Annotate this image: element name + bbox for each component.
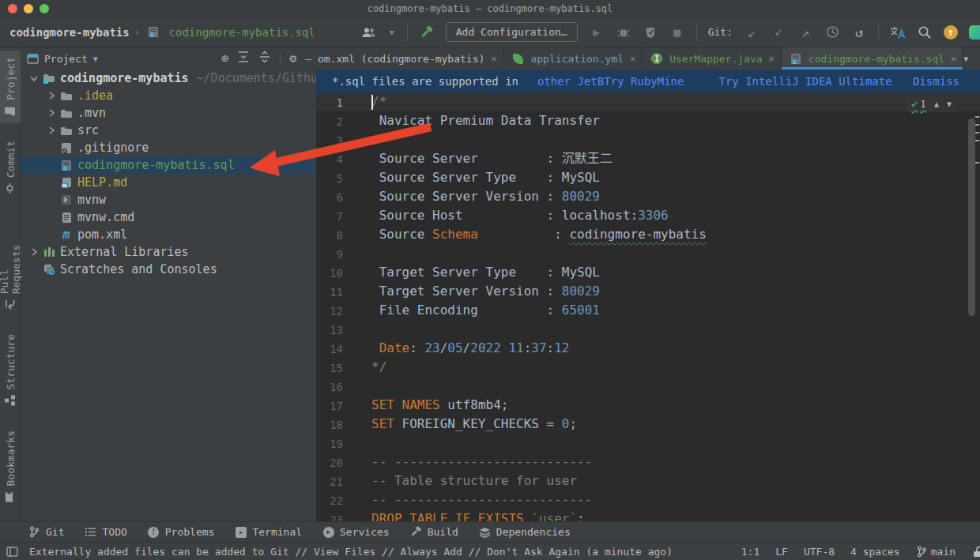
chevron-right-icon[interactable] <box>44 109 58 117</box>
history-clock-icon[interactable] <box>824 24 840 40</box>
bottom-tool-bar: GitTODO!Problems▸Terminal▶ServicesBuildD… <box>0 521 980 542</box>
coverage-button[interactable] <box>643 24 658 40</box>
tree-item-.idea[interactable]: .idea <box>21 87 316 104</box>
project-panel-title[interactable]: Project <box>44 53 88 65</box>
chevron-right-icon[interactable] <box>44 126 58 134</box>
code-line-15: 15*/ <box>316 358 980 377</box>
tree-item-pom.xml[interactable]: mpom.xml <box>21 226 316 243</box>
users-icon[interactable] <box>361 24 377 40</box>
run-button[interactable]: ▶ <box>589 24 605 40</box>
tree-item-help.md[interactable]: MDHELP.md <box>21 174 316 191</box>
tool-window-button-dependencies[interactable]: Dependencies <box>479 526 571 538</box>
close-tab-icon[interactable]: ✕ <box>951 53 956 64</box>
unlock-icon[interactable] <box>971 546 980 558</box>
tool-window-tab-bookmarks[interactable]: Bookmarks <box>0 424 21 509</box>
expand-all-icon[interactable] <box>237 51 250 66</box>
collapse-all-icon[interactable] <box>258 51 271 66</box>
git-branch-widget[interactable]: main <box>916 546 956 558</box>
error-stripe-mark[interactable] <box>975 132 979 133</box>
translate-icon[interactable] <box>890 24 906 40</box>
tool-window-button-services[interactable]: ▶Services <box>322 526 390 538</box>
gitignore-file-icon <box>58 142 74 154</box>
chevron-down-icon[interactable]: ▼ <box>93 54 98 63</box>
tree-item-codingmore-mybatis.sql[interactable]: codingmore-mybatis.sql <box>21 156 316 174</box>
banner-link-try-rubymine[interactable]: Try RubyMine <box>604 75 684 88</box>
close-tab-icon[interactable]: ✕ <box>630 53 635 64</box>
layout-icon[interactable] <box>6 546 18 558</box>
stop-button[interactable]: ■ <box>669 24 685 40</box>
build-project-button[interactable] <box>419 24 435 40</box>
indent-setting[interactable]: 4 spaces <box>850 546 900 558</box>
banner-dismiss-link[interactable]: Dismiss <box>913 75 959 88</box>
banner-link-other-ides[interactable]: other JetB <box>537 75 604 88</box>
update-available-icon[interactable]: ↑ <box>944 25 958 39</box>
line-number: 21 <box>316 472 343 490</box>
tool-window-button-terminal[interactable]: ▸Terminal <box>235 526 302 538</box>
line-number: 2 <box>316 111 343 130</box>
tree-item-.mvn[interactable]: .mvn <box>21 104 316 122</box>
status-message[interactable]: Externally added files can be added to G… <box>29 546 673 558</box>
tool-window-button-build[interactable]: Build <box>410 526 458 538</box>
chevron-right-icon[interactable] <box>27 248 41 256</box>
error-stripe-mark[interactable] <box>975 116 979 118</box>
inspection-widget[interactable]: ✔1 ▲ ▼ <box>906 96 956 112</box>
search-everywhere-icon[interactable] <box>917 24 933 40</box>
ide-gem-icon[interactable] <box>969 25 980 39</box>
line-number: 14 <box>316 339 343 358</box>
tool-window-tab-pull-requests[interactable]: Pull Requests <box>0 212 21 317</box>
file-encoding[interactable]: UTF-8 <box>804 546 835 558</box>
tree-item-external-libraries[interactable]: External Libraries <box>21 243 316 261</box>
prev-problem-icon[interactable]: ▲ <box>934 95 939 114</box>
tree-item-mvnw.cmd[interactable]: mvnw.cmd <box>21 209 316 226</box>
tool-window-tab-project[interactable]: Project <box>0 51 21 123</box>
close-tab-icon[interactable]: ✕ <box>491 53 496 64</box>
error-stripe-mark[interactable] <box>975 124 979 126</box>
hide-panel-icon[interactable]: — <box>305 53 311 65</box>
settings-gear-icon[interactable]: ⚙ <box>289 51 296 66</box>
next-problem-icon[interactable]: ▼ <box>947 95 952 114</box>
banner-link-try-intellij-ultimate[interactable]: Try IntelliJ IDEA Ultimate <box>718 75 891 88</box>
line-number: 22 <box>316 490 343 509</box>
toolbar-divider <box>878 24 879 40</box>
tree-item-scratches-and-consoles[interactable]: Scratches and Consoles <box>21 261 316 278</box>
tree-item-mvnw[interactable]: mvnw <box>21 191 316 209</box>
tool-window-button-todo[interactable]: TODO <box>85 526 126 538</box>
chevron-down-icon[interactable]: ▼ <box>388 24 396 40</box>
spring-leaf-icon <box>511 54 526 64</box>
line-ending[interactable]: LF <box>775 546 788 558</box>
tool-window-tab-commit[interactable]: Commit <box>0 134 21 201</box>
add-configuration-button[interactable]: Add Configuration… <box>446 22 578 42</box>
editor-scrollbar[interactable] <box>968 118 975 316</box>
editor-tab-om.xml-codingmore-mybatis-[interactable]: om.xml (codingmore-mybatis)✕ <box>316 47 504 70</box>
locate-file-icon[interactable]: ⊕ <box>221 51 228 66</box>
error-stripe-mark[interactable] <box>975 162 979 163</box>
caret-position[interactable]: 1:1 <box>741 546 760 558</box>
git-update-button[interactable]: ↙ <box>744 24 760 40</box>
tree-item-src[interactable]: src <box>21 122 316 139</box>
git-push-button[interactable]: ↗ <box>797 24 813 40</box>
breadcrumb-file[interactable]: codingmore-mybatis.sql <box>169 26 315 39</box>
tree-item-codingmore-mybatis[interactable]: codingmore-mybatis~/Documents/Github <box>21 70 316 87</box>
tree-item-.gitignore[interactable]: .gitignore <box>21 139 316 156</box>
tool-window-tab-structure[interactable]: Structure <box>0 328 21 412</box>
chevron-down-icon[interactable] <box>27 75 41 81</box>
editor-tab-application.yml[interactable]: application.yml✕ <box>504 47 643 70</box>
breadcrumb-project[interactable]: codingmore-mybatis <box>9 26 130 39</box>
git-commit-button[interactable]: ✓ <box>771 24 786 40</box>
chevron-down-icon[interactable]: ▼ <box>963 54 968 63</box>
rollback-button[interactable]: ↺ <box>851 24 867 40</box>
editor-tab-codingmore-mybatis.sql[interactable]: codingmore-mybatis.sql✕ <box>782 47 963 70</box>
tool-window-button-problems[interactable]: !Problems <box>148 526 215 538</box>
chevron-right-icon[interactable] <box>44 92 58 100</box>
project-panel-header: Project ▼ ⊕ ⚙ — <box>21 47 316 70</box>
debug-button[interactable] <box>616 24 631 40</box>
line-number: 19 <box>316 434 343 453</box>
code-line-1: 1/* <box>316 92 980 111</box>
editor-tab-usermapper.java[interactable]: IUserMapper.java✕ <box>643 47 782 70</box>
error-stripe-mark[interactable] <box>975 140 979 141</box>
code-editor[interactable]: 1/*2 Navicat Premium Data Transfer34 Sou… <box>316 92 980 521</box>
close-tab-icon[interactable]: ✕ <box>769 53 775 64</box>
git-branch-icon <box>28 526 40 538</box>
tool-window-button-git[interactable]: Git <box>28 526 64 538</box>
toolbar-divider <box>407 24 408 40</box>
